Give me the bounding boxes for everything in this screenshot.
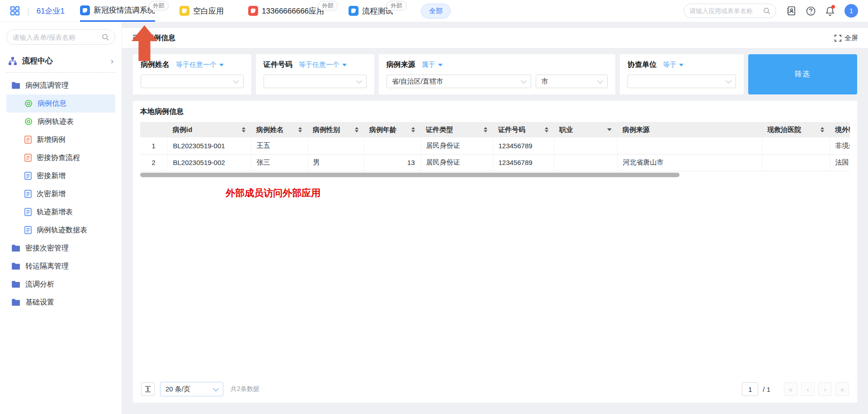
chevron-right-icon: ›: [111, 56, 113, 65]
sidebar-item-close-contact-process[interactable]: 密接协查流程: [6, 149, 115, 167]
last-page-button[interactable]: »: [835, 382, 849, 396]
sidebar-item-secondary-contact-new[interactable]: 次密新增: [6, 185, 115, 203]
city-select[interactable]: 市: [536, 75, 608, 88]
prev-page-button[interactable]: ‹: [801, 382, 815, 396]
app-icon-yellow: [179, 6, 189, 16]
col-index: [140, 122, 167, 137]
app-tabs: 新冠疫情流调系统 外部 空白应用 13366666666应用 外部 流程测试 外…: [80, 0, 417, 22]
col-case-name[interactable]: 病例姓名: [251, 122, 307, 137]
sort-icon[interactable]: [298, 127, 302, 132]
sidebar-folder-investigation-analysis[interactable]: 流调分析: [6, 275, 115, 293]
table-cell: 123456789: [493, 137, 554, 154]
chevron-down-icon: [521, 78, 527, 84]
assist-unit-select[interactable]: [627, 75, 736, 88]
tab-label: 新冠疫情流调系统: [94, 5, 155, 15]
sidebar-item-case-track-data-table[interactable]: 病例轨迹数据表: [6, 221, 115, 239]
sidebar-item-label: 新增病例: [37, 135, 66, 145]
search-icon: [102, 33, 109, 41]
caret-down-icon: [679, 64, 684, 66]
city-select-value: 市: [541, 77, 598, 86]
sidebar-folder-basic-settings[interactable]: 基础设置: [6, 293, 115, 311]
col-overseas[interactable]: 境外输入: [830, 122, 850, 137]
process-center-label: 流程中心: [22, 56, 106, 66]
first-page-button[interactable]: «: [784, 382, 797, 396]
table-cell: 张三: [251, 154, 307, 171]
filter-submit-button[interactable]: 筛选: [748, 54, 857, 94]
global-search-input[interactable]: [689, 7, 763, 14]
province-select[interactable]: 省/自治区/直辖市: [387, 75, 532, 88]
main-content: 病例信息 全屏 病例姓名 等于任意一个: [122, 22, 868, 414]
page-size-value: 20 条/页: [165, 385, 214, 394]
sidebar-item-case-track-table[interactable]: 病例轨迹表: [6, 113, 115, 131]
filter-operator-dropdown[interactable]: 属于: [422, 61, 443, 69]
sidebar-folder-transfer-quarantine[interactable]: 转运隔离管理: [6, 257, 115, 275]
horizontal-scrollbar-thumb[interactable]: [140, 173, 679, 177]
table-cell: 居民身份证: [420, 154, 493, 171]
case-name-select[interactable]: [141, 75, 244, 88]
tab-blank-app[interactable]: 空白应用: [179, 0, 224, 22]
app-icon-blue2: [349, 6, 359, 16]
help-icon[interactable]: [806, 6, 816, 16]
form-search-input[interactable]: [13, 33, 102, 41]
tab-covid-investigation-system[interactable]: 新冠疫情流调系统 外部: [80, 0, 155, 22]
table-cell: [617, 137, 762, 154]
document-icon: [24, 172, 32, 180]
sidebar-item-new-case[interactable]: 新增病例: [6, 131, 115, 149]
all-apps-button[interactable]: 全部: [421, 4, 451, 19]
chevron-down-icon: [213, 386, 219, 391]
next-page-button[interactable]: ›: [818, 382, 832, 396]
page-size-select[interactable]: 20 条/页: [160, 382, 223, 396]
col-cert-number[interactable]: 证件号码: [493, 122, 554, 137]
sidebar-item-track-new-table[interactable]: 轨迹新增表: [6, 203, 115, 221]
sidebar-item-label: 密接次密管理: [25, 244, 69, 253]
row-height-icon[interactable]: [141, 382, 155, 396]
sort-icon[interactable]: [355, 127, 359, 132]
cert-number-select[interactable]: [264, 75, 367, 88]
user-avatar[interactable]: 1: [844, 4, 858, 18]
search-icon: [763, 7, 770, 14]
col-case-id[interactable]: 病例id: [167, 122, 251, 137]
notification-bell-icon[interactable]: [826, 6, 835, 16]
fullscreen-button[interactable]: 全屏: [835, 34, 858, 42]
col-case-source[interactable]: 病例来源: [617, 122, 762, 137]
sidebar-item-process-center[interactable]: 流程中心 ›: [6, 52, 115, 72]
external-badge: 外部: [387, 1, 406, 10]
filter-operator-dropdown[interactable]: 等于任意一个: [176, 61, 224, 69]
app-launcher-grid-icon[interactable]: [10, 6, 20, 16]
org-name-link[interactable]: 61企业1: [37, 6, 65, 16]
filter-assist-unit: 协查单位 等于: [620, 54, 743, 94]
current-page-input[interactable]: 1: [742, 382, 758, 396]
filter-label: 病例姓名: [141, 60, 170, 70]
app-icon-red: [248, 6, 258, 16]
col-hospital[interactable]: 现救治医院: [762, 122, 830, 137]
filter-operator-dropdown[interactable]: 等于: [663, 61, 684, 69]
table-cell: 2: [140, 154, 167, 171]
table-row[interactable]: 2 BL20230519-002 张三 男 13 居民身份证 123456789…: [140, 154, 850, 171]
sidebar-item-label: 流调分析: [25, 280, 54, 289]
col-cert-type[interactable]: 证件类型: [420, 122, 493, 137]
sidebar-item-label: 病例轨迹数据表: [37, 226, 87, 235]
tab-13366666666-app[interactable]: 13366666666应用 外部: [248, 0, 324, 22]
contacts-icon[interactable]: [786, 6, 796, 16]
sidebar-item-case-info[interactable]: 病例信息: [6, 94, 115, 113]
sidebar-item-label: 密接协查流程: [37, 153, 80, 163]
sort-icon[interactable]: [484, 127, 487, 132]
sidebar-folder-contact-management[interactable]: 密接次密管理: [6, 239, 115, 257]
sidebar-folder-case-investigation[interactable]: 病例流调管理: [6, 76, 115, 94]
target-icon: [24, 99, 33, 108]
table-row[interactable]: 1 BL20230519-001 王五 居民身份证 123456789 非境外输…: [140, 137, 850, 154]
col-case-gender[interactable]: 病例性别: [307, 122, 364, 137]
filter-caret-icon[interactable]: [607, 128, 612, 131]
sort-icon[interactable]: [821, 127, 824, 132]
col-case-age[interactable]: 病例年龄: [364, 122, 420, 137]
filter-operator-dropdown[interactable]: 等于任意一个: [299, 61, 347, 69]
sidebar-item-close-contact-new[interactable]: 密接新增: [6, 167, 115, 185]
tab-process-test[interactable]: 流程测试 外部: [349, 0, 393, 22]
col-occupation[interactable]: 职业: [554, 122, 617, 137]
table-cell: 非境外输入: [830, 137, 850, 154]
filter-operator-label: 等于: [663, 61, 676, 69]
sort-icon[interactable]: [242, 127, 245, 132]
sort-icon[interactable]: [545, 127, 548, 132]
table-cell: 居民身份证: [420, 137, 493, 154]
sort-icon[interactable]: [411, 127, 415, 132]
